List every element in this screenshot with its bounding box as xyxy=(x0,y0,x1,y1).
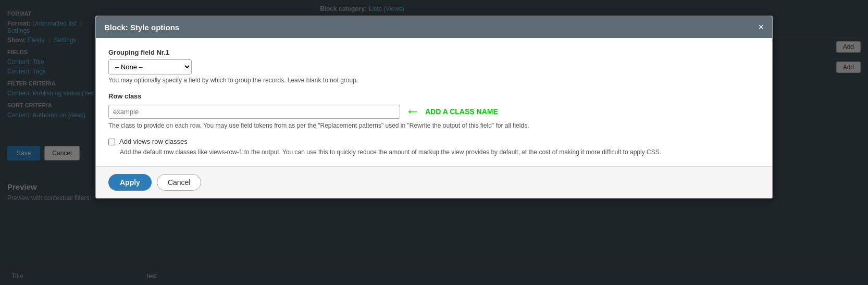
modal-title: Block: Style options xyxy=(104,23,179,32)
grouping-field-help: You may optionally specify a field by wh… xyxy=(108,77,760,84)
add-views-classes-checkbox[interactable] xyxy=(108,139,115,145)
row-class-label: Row class xyxy=(108,92,760,100)
grouping-field-group: Grouping field Nr.1 – None – You may opt… xyxy=(108,48,760,84)
row-class-input-row: ← ADD A CLASS NAME xyxy=(108,103,760,120)
apply-button[interactable]: Apply xyxy=(108,174,152,191)
row-class-group: Row class ← ADD A CLASS NAME The class t… xyxy=(108,92,760,129)
row-class-input[interactable] xyxy=(108,105,400,119)
checkbox-label: Add views row classes xyxy=(119,138,188,145)
grouping-field-select[interactable]: – None – xyxy=(108,59,192,75)
modal-header: Block: Style options × xyxy=(96,16,772,38)
add-class-annotation: ADD A CLASS NAME xyxy=(425,107,498,116)
modal-close-button[interactable]: × xyxy=(758,22,764,32)
checkbox-help: Add the default row classes like views-r… xyxy=(120,148,760,156)
cancel-modal-button[interactable]: Cancel xyxy=(157,174,202,191)
add-views-row-classes-group: Add views row classes Add the default ro… xyxy=(108,138,760,156)
grouping-field-label: Grouping field Nr.1 xyxy=(108,48,760,56)
modal-dialog: Block: Style options × Grouping field Nr… xyxy=(95,16,773,199)
arrow-class-icon: ← xyxy=(405,103,420,120)
modal-body: Grouping field Nr.1 – None – You may opt… xyxy=(96,38,772,166)
row-class-help: The class to provide on each row. You ma… xyxy=(108,122,760,129)
modal-overlay: Block: Style options × Grouping field Nr… xyxy=(0,0,868,285)
checkbox-row: Add views row classes xyxy=(108,138,760,145)
modal-footer: Apply Cancel xyxy=(96,166,772,198)
